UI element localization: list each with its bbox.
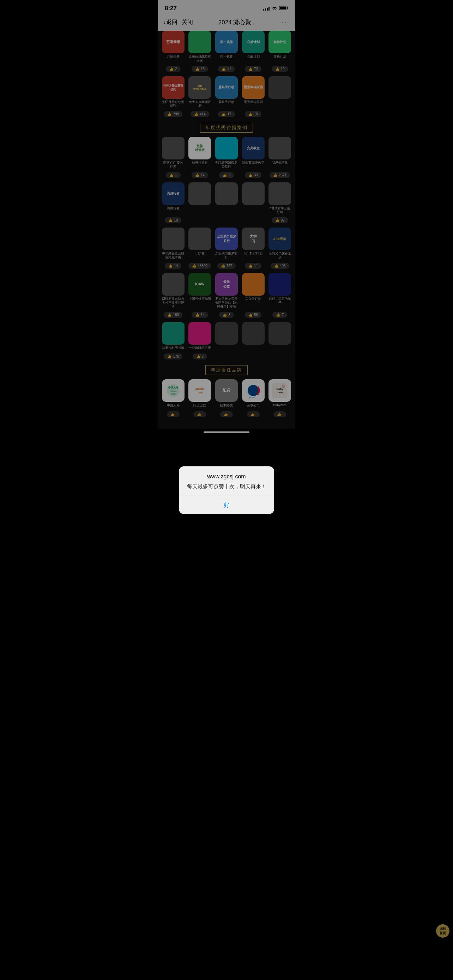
modal-overlay: www.zgcsj.com 每天最多可点赞十次，明天再来！ 好 [158,0,295,434]
